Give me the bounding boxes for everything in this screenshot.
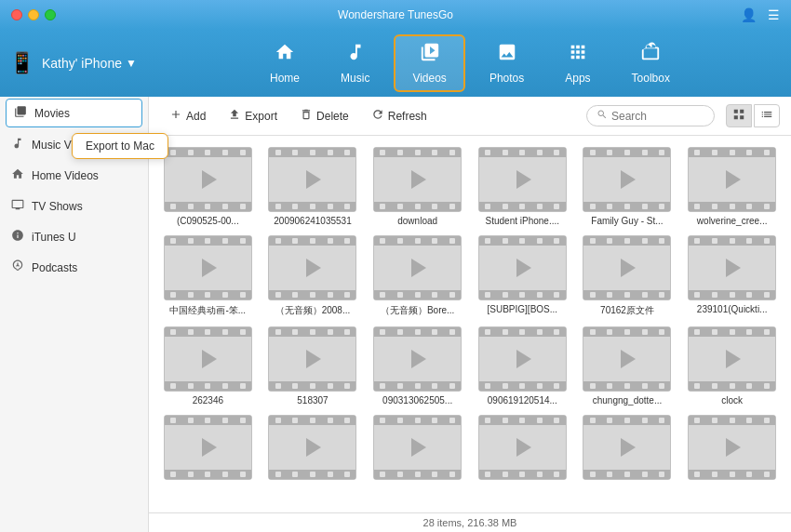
video-label: clock: [688, 395, 776, 406]
sidebar-home-videos-label: Home Videos: [32, 169, 99, 182]
tab-music[interactable]: Music: [324, 36, 386, 90]
tab-photos-label: Photos: [489, 72, 524, 85]
video-item[interactable]: （无音频）Bore...: [369, 235, 465, 317]
video-item[interactable]: 239101(Quickti...: [684, 235, 780, 317]
video-label: 中国经典动画-笨...: [164, 304, 252, 317]
video-thumbnail: [478, 326, 567, 392]
play-icon: [726, 350, 741, 368]
device-dropdown-icon[interactable]: ▼: [126, 57, 137, 70]
user-icon[interactable]: 👤: [741, 7, 757, 22]
video-item[interactable]: 70162原文件: [580, 235, 676, 317]
export-icon: [228, 108, 241, 124]
video-item[interactable]: [684, 415, 780, 484]
sidebar-item-home-videos[interactable]: Home Videos: [0, 160, 148, 191]
play-icon: [306, 170, 321, 189]
sidebar: Movies Export to Mac Music Videos Home V…: [0, 97, 149, 532]
tab-videos[interactable]: Videos: [394, 34, 464, 92]
menu-icon[interactable]: ☰: [768, 7, 780, 22]
sidebar-item-itunes-u[interactable]: iTunes U: [0, 221, 148, 252]
video-item[interactable]: (C090525-00...: [160, 147, 256, 226]
video-item[interactable]: Family Guy - St...: [580, 147, 676, 226]
video-thumbnail: [373, 326, 462, 392]
play-icon: [621, 259, 636, 277]
play-icon: [202, 438, 217, 457]
play-icon: [411, 350, 426, 368]
video-item[interactable]: Student iPhone....: [475, 147, 570, 226]
videos-icon: [420, 42, 440, 68]
export-tooltip[interactable]: Export to Mac: [72, 133, 168, 159]
video-thumbnail: [164, 235, 252, 300]
view-toggles: [726, 104, 780, 127]
video-thumbnail: [478, 147, 567, 212]
sidebar-movies-label: Movies: [34, 107, 70, 120]
video-thumbnail: [268, 415, 356, 480]
minimize-button[interactable]: [28, 9, 39, 20]
play-icon: [516, 350, 531, 368]
delete-button[interactable]: Delete: [290, 104, 358, 127]
close-button[interactable]: [11, 9, 22, 20]
add-button[interactable]: Add: [160, 104, 215, 127]
toolbar: Add Export Delete Refresh: [149, 97, 791, 136]
video-item[interactable]: chungng_dotte...: [580, 326, 676, 406]
maximize-button[interactable]: [45, 9, 56, 20]
list-view-button[interactable]: [754, 104, 780, 127]
play-icon: [516, 438, 531, 457]
play-icon: [621, 350, 636, 368]
video-label: 262346: [164, 395, 252, 406]
video-item[interactable]: [580, 415, 676, 484]
video-thumbnail: [373, 235, 462, 300]
sidebar-item-podcasts[interactable]: Podcasts: [0, 252, 148, 283]
video-label: Family Guy - St...: [583, 216, 671, 226]
video-item[interactable]: 200906241035531: [265, 147, 361, 226]
video-item[interactable]: [475, 415, 570, 484]
video-thumbnail: [164, 147, 252, 212]
video-thumbnail: [268, 147, 356, 212]
video-label: 090619120514...: [478, 395, 567, 406]
sidebar-item-tv-shows[interactable]: TV Shows: [0, 191, 148, 221]
video-item[interactable]: 262346: [160, 326, 256, 406]
play-icon: [621, 170, 636, 189]
video-item[interactable]: clock: [684, 326, 780, 406]
export-label: Export: [245, 110, 277, 123]
apps-icon: [568, 42, 588, 68]
video-thumbnail: [688, 415, 776, 480]
video-item[interactable]: [160, 415, 256, 484]
refresh-button[interactable]: Refresh: [362, 104, 436, 127]
video-item[interactable]: wolverine_cree...: [684, 147, 780, 226]
video-item[interactable]: 中国经典动画-笨...: [160, 235, 256, 317]
export-button[interactable]: Export: [219, 104, 287, 127]
search-box[interactable]: [586, 105, 715, 126]
video-item[interactable]: 518307: [265, 326, 361, 406]
device-icon: 📱: [9, 51, 34, 75]
itunes-u-icon: [11, 229, 24, 245]
grid-view-button[interactable]: [726, 104, 752, 127]
video-item[interactable]: download: [369, 147, 465, 226]
tab-home[interactable]: Home: [253, 36, 316, 90]
video-item[interactable]: [369, 415, 465, 484]
play-icon: [516, 170, 531, 189]
tab-apps[interactable]: Apps: [548, 36, 607, 90]
movies-icon: [14, 105, 27, 121]
video-item[interactable]: （无音频）2008...: [265, 235, 361, 317]
play-icon: [726, 170, 741, 189]
search-input[interactable]: [611, 110, 704, 123]
content-area: Add Export Delete Refresh: [149, 97, 791, 532]
tab-home-label: Home: [270, 72, 300, 85]
sidebar-item-movies[interactable]: Movies Export to Mac: [6, 99, 142, 127]
video-thumbnail: [164, 415, 252, 480]
video-item[interactable]: 090619120514...: [475, 326, 570, 406]
title-bar-actions: 👤 ☰: [741, 7, 780, 22]
play-icon: [726, 438, 741, 457]
video-label: chungng_dotte...: [583, 395, 671, 406]
video-label: download: [373, 216, 462, 226]
podcasts-icon: [11, 259, 24, 275]
tab-music-label: Music: [341, 72, 369, 85]
tab-toolbox[interactable]: Toolbox: [615, 36, 687, 90]
video-item[interactable]: 090313062505...: [369, 326, 465, 406]
music-icon: [345, 42, 366, 68]
device-info: 📱 Kathy' iPhone ▼: [9, 51, 158, 75]
play-icon: [621, 438, 636, 457]
tab-photos[interactable]: Photos: [473, 36, 541, 90]
video-item[interactable]: [SUBPIG][BOS...: [475, 235, 570, 317]
video-item[interactable]: [265, 415, 361, 484]
